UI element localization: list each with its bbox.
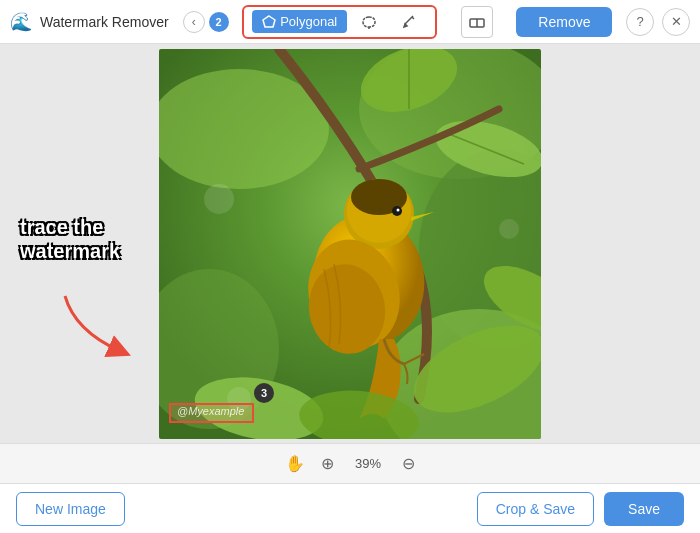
close-icon: ✕ bbox=[671, 14, 682, 29]
polygonal-tool-button[interactable]: Polygonal bbox=[252, 10, 347, 33]
zoom-out-icon: ⊖ bbox=[402, 454, 415, 473]
save-button[interactable]: Save bbox=[604, 492, 684, 526]
svg-point-30 bbox=[499, 219, 519, 239]
zoom-in-button[interactable]: ⊕ bbox=[321, 454, 334, 473]
svg-marker-0 bbox=[263, 16, 275, 27]
step-2-badge: 2 bbox=[209, 12, 229, 32]
svg-line-3 bbox=[412, 17, 414, 19]
nav-buttons: ‹ 2 bbox=[183, 11, 229, 33]
step-3-badge: 3 bbox=[254, 383, 274, 403]
remove-button[interactable]: Remove bbox=[516, 7, 612, 37]
zoom-out-button[interactable]: ⊖ bbox=[402, 454, 415, 473]
help-button[interactable]: ? bbox=[626, 8, 654, 36]
svg-line-2 bbox=[405, 16, 413, 24]
bird-image bbox=[159, 49, 541, 439]
help-icon: ? bbox=[636, 14, 643, 29]
annotation-line1: trace the bbox=[20, 215, 120, 239]
annotation-arrow bbox=[55, 291, 135, 365]
lasso-tool-button[interactable] bbox=[351, 10, 387, 34]
titlebar-right: ? ✕ bbox=[626, 8, 690, 36]
svg-point-29 bbox=[204, 184, 234, 214]
footer-right: Crop & Save Save bbox=[477, 492, 684, 526]
image-container[interactable]: @Myexample 3 bbox=[159, 49, 541, 439]
zoom-in-icon: ⊕ bbox=[321, 454, 334, 473]
eraser-button[interactable] bbox=[461, 6, 493, 38]
app-title: Watermark Remover bbox=[40, 14, 169, 30]
new-image-button[interactable]: New Image bbox=[16, 492, 125, 526]
crop-save-button[interactable]: Crop & Save bbox=[477, 492, 594, 526]
svg-point-31 bbox=[227, 387, 251, 411]
svg-point-22 bbox=[397, 208, 400, 211]
pan-icon: ✋ bbox=[285, 454, 305, 473]
back-button[interactable]: ‹ bbox=[183, 11, 205, 33]
back-icon: ‹ bbox=[192, 15, 196, 29]
footer: New Image Crop & Save Save bbox=[0, 483, 700, 533]
annotation-line2: watermark bbox=[20, 239, 120, 263]
canvas-area: trace the watermark bbox=[0, 44, 700, 443]
bottom-toolbar: ✋ ⊕ 39% ⊖ bbox=[0, 443, 700, 483]
titlebar-left: 🌊 Watermark Remover ‹ 2 bbox=[10, 11, 229, 33]
polygonal-label: Polygonal bbox=[280, 14, 337, 29]
brush-tool-button[interactable] bbox=[391, 10, 427, 34]
eraser-area bbox=[461, 6, 493, 38]
app-logo-icon: 🌊 bbox=[10, 11, 32, 33]
close-button[interactable]: ✕ bbox=[662, 8, 690, 36]
pan-button[interactable]: ✋ bbox=[285, 454, 305, 473]
zoom-level: 39% bbox=[350, 456, 386, 471]
annotation-text: trace the watermark bbox=[20, 215, 120, 263]
titlebar: 🌊 Watermark Remover ‹ 2 Polygonal bbox=[0, 0, 700, 44]
selection-toolbar: Polygonal bbox=[242, 5, 437, 39]
